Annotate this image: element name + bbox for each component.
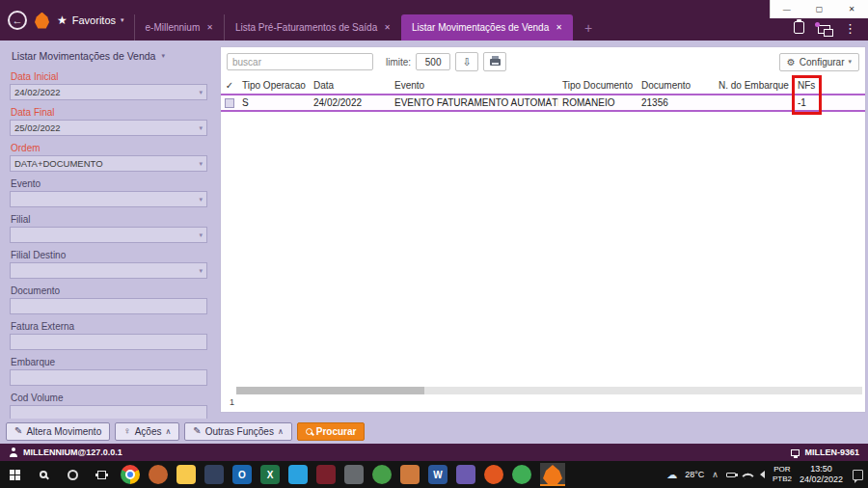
configurar-button[interactable]: ⚙ Configurar ▾ <box>779 53 859 71</box>
new-tab-button[interactable]: + <box>573 14 604 41</box>
table-empty-area <box>221 112 865 387</box>
chevron-down-icon: ▾ <box>199 267 203 275</box>
app-icon-tan[interactable] <box>400 465 420 484</box>
app-icon-excel[interactable]: X <box>260 465 280 484</box>
tab-listar-movimentacoes[interactable]: Listar Movimentações de Venda ✕ <box>401 14 573 41</box>
task-view-button[interactable] <box>87 461 116 488</box>
close-icon[interactable]: ✕ <box>206 23 213 32</box>
cell-tipo-operacao: S <box>238 97 310 108</box>
app-icon-orange-round[interactable] <box>484 465 503 484</box>
app-icon-browser-orange[interactable] <box>149 465 168 484</box>
filial-destino-dropdown[interactable]: ▾ <box>10 262 207 279</box>
app-icon-millennium[interactable] <box>543 465 562 484</box>
status-user: MILLENNIUM@127.0.0.1 <box>23 447 122 457</box>
minimize-button[interactable]: — <box>771 0 803 18</box>
field-value: 24/02/2022 <box>14 87 61 97</box>
ordem-dropdown[interactable]: DATA+DOCUMENTO ▾ <box>10 155 207 172</box>
action-bar: ✎ Altera Movimento ♀ Ações ∧ ✎ Outras Fu… <box>0 419 868 444</box>
clock-time: 13:50 <box>800 464 843 474</box>
row-checkbox[interactable] <box>225 98 234 108</box>
chevron-up-icon: ∧ <box>166 427 172 436</box>
data-final-dropdown[interactable]: 25/02/2022 ▾ <box>10 120 207 136</box>
close-icon[interactable]: ✕ <box>556 23 562 32</box>
select-all-checkbox[interactable]: ✓ <box>221 80 238 91</box>
col-documento[interactable]: Documento <box>637 80 715 91</box>
task-view-icon <box>97 471 106 479</box>
field-label: Data Inicial <box>11 71 207 82</box>
search-icon <box>40 471 47 478</box>
cell-data: 24/02/2022 <box>310 97 391 108</box>
cell-evento: EVENTO FATURAMENTO AUTOMÁTICO <box>391 97 558 108</box>
scrollbar-thumb[interactable] <box>236 387 424 394</box>
maximize-button[interactable]: ▢ <box>803 0 836 18</box>
evento-dropdown[interactable]: ▾ <box>10 191 207 207</box>
sidebar-title[interactable]: Listar Movimentações de Venda ▾ <box>12 50 207 62</box>
app-icon-outlook[interactable]: O <box>232 465 252 484</box>
battery-icon[interactable] <box>726 473 736 477</box>
temperature[interactable]: 28°C <box>685 470 704 479</box>
fatura-externa-input[interactable] <box>10 334 207 350</box>
close-icon[interactable]: ✕ <box>384 23 391 32</box>
col-evento[interactable]: Evento <box>391 80 558 91</box>
tab-e-millennium[interactable]: e-Millennium ✕ <box>134 14 224 41</box>
clock[interactable]: 13:50 24/02/2022 <box>800 464 843 485</box>
chevron-down-icon: ▾ <box>199 160 203 168</box>
favorites-menu[interactable]: ★ Favoritos ▾ <box>57 14 124 27</box>
app-icon-camera-green[interactable] <box>372 465 392 484</box>
row-count: 1 <box>221 394 865 412</box>
app-icon-file-explorer[interactable] <box>176 465 196 484</box>
wifi-icon[interactable] <box>742 470 754 482</box>
documento-input[interactable] <box>10 298 207 314</box>
data-inicial-dropdown[interactable]: 24/02/2022 ▾ <box>10 84 207 100</box>
field-fatura-externa: Fatura Externa <box>10 321 207 350</box>
outras-funcoes-button[interactable]: ✎ Outras Funções ∧ <box>184 422 291 441</box>
language-indicator[interactable]: POR PTB2 <box>773 465 792 483</box>
app-icon-dark-red[interactable] <box>316 465 336 484</box>
start-button[interactable] <box>0 461 29 488</box>
action-center-icon[interactable] <box>853 470 863 480</box>
col-data[interactable]: Data <box>310 80 391 91</box>
cod-volume-input[interactable] <box>10 405 207 419</box>
speaker-icon[interactable] <box>760 471 765 478</box>
screens-icon[interactable] <box>818 25 830 34</box>
taskbar-search-button[interactable] <box>29 461 58 488</box>
weather-icon[interactable]: ☁ <box>666 470 677 480</box>
app-icon-gray[interactable] <box>344 465 364 484</box>
print-button[interactable] <box>483 52 506 71</box>
procurar-button[interactable]: Procurar <box>297 422 366 441</box>
col-nfs[interactable]: NFs <box>794 80 865 91</box>
altera-movimento-button[interactable]: ✎ Altera Movimento <box>6 422 110 441</box>
export-button[interactable]: ⇩ <box>455 52 478 71</box>
app-icon-vscode[interactable] <box>288 465 308 484</box>
tray-expand-icon[interactable]: ∧ <box>712 470 719 479</box>
pin-icon: ♀ <box>123 426 131 436</box>
sidebar-title-label: Listar Movimentações de Venda <box>12 50 155 62</box>
app-icon-chrome[interactable] <box>121 465 140 484</box>
clipboard-icon[interactable] <box>794 21 804 34</box>
search-input[interactable] <box>227 53 373 70</box>
field-filial-destino: Filial Destino ▾ <box>10 250 207 279</box>
back-button[interactable]: ← <box>8 11 27 30</box>
windows-start-icon <box>10 470 20 480</box>
edit-icon: ✎ <box>14 426 22 436</box>
app-icon-word[interactable]: W <box>428 465 448 484</box>
acoes-button[interactable]: ♀ Ações ∧ <box>115 422 179 441</box>
filial-dropdown[interactable]: ▾ <box>10 227 207 243</box>
overflow-menu-icon[interactable]: ⋮ <box>844 24 856 34</box>
field-label: Ordem <box>11 143 207 153</box>
app-icon-purple[interactable] <box>456 465 475 484</box>
app-icon-mail[interactable] <box>204 465 224 484</box>
tab-lista-pre-faturamentos[interactable]: Lista Pré-Faturamentos de Saída ✕ <box>224 14 401 41</box>
table-row[interactable]: S 24/02/2022 EVENTO FATURAMENTO AUTOMÁTI… <box>221 94 865 112</box>
col-tipo-documento[interactable]: Tipo Documento <box>558 80 637 91</box>
field-data-final: Data Final 25/02/2022 ▾ <box>10 107 207 136</box>
embarque-input[interactable] <box>10 369 207 386</box>
app-icon-camera-green-2[interactable] <box>512 465 531 484</box>
limit-input[interactable] <box>416 53 450 70</box>
col-tipo-operacao[interactable]: Tipo Operacao <box>238 80 310 91</box>
horizontal-scrollbar[interactable] <box>236 387 862 394</box>
cortana-button[interactable] <box>58 461 87 488</box>
col-n-do-embarque[interactable]: N. do Embarque <box>715 80 794 91</box>
close-window-button[interactable]: ✕ <box>835 0 868 18</box>
favorites-label: Favoritos <box>72 14 116 26</box>
